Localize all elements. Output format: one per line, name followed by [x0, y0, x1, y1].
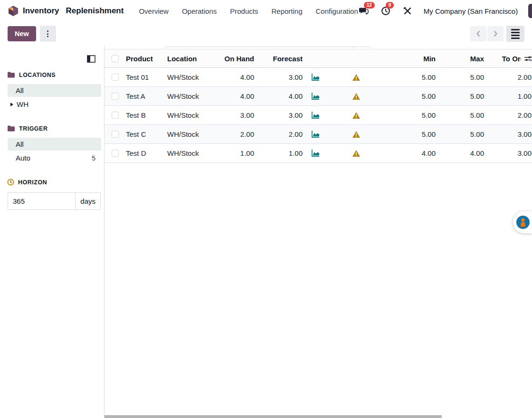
table-row[interactable]: Test A WH/Stock 4.00 4.00 5.00 5.00 1.00 — [104, 87, 532, 106]
pager-next-button[interactable] — [487, 26, 504, 41]
table-row[interactable]: Test D WH/Stock 1.00 1.00 4.00 4.00 3.00 — [104, 144, 532, 163]
column-header-on-hand[interactable]: On Hand — [200, 55, 261, 63]
sidebar-item-trigger-auto[interactable]: Auto 5 — [8, 152, 101, 164]
cell-min[interactable]: 5.00 — [382, 73, 442, 81]
cell-min[interactable]: 4.00 — [382, 149, 442, 157]
actions-kebab-button[interactable] — [40, 26, 56, 42]
forecast-graph-icon[interactable] — [309, 73, 330, 81]
cell-location[interactable]: WH/Stock — [163, 111, 200, 119]
trigger-section: TRIGGER All Auto 5 — [0, 125, 104, 164]
cell-forecast[interactable]: 3.00 — [261, 73, 309, 81]
messages-icon[interactable]: 12 — [358, 5, 370, 17]
warning-icon[interactable] — [330, 74, 382, 81]
expand-caret-icon[interactable] — [10, 103, 13, 106]
cell-forecast[interactable]: 1.00 — [261, 149, 309, 157]
cell-to-order[interactable]: 2.00 — [491, 111, 532, 119]
menu-item-products[interactable]: Products — [230, 7, 258, 15]
horizon-days-input[interactable] — [8, 192, 75, 210]
table-row[interactable]: Test 01 WH/Stock 4.00 3.00 5.00 5.00 2.0… — [104, 68, 532, 87]
column-header-max[interactable]: Max — [442, 55, 491, 63]
activities-icon[interactable]: 9 — [380, 5, 391, 17]
column-header-location[interactable]: Location — [163, 55, 200, 63]
systray: 12 9 My Company (San Francisco) — [358, 4, 532, 18]
cell-product[interactable]: Test B — [122, 111, 163, 119]
forecast-graph-icon[interactable] — [309, 149, 330, 157]
cell-max[interactable]: 5.00 — [442, 111, 491, 119]
cell-on-hand[interactable]: 3.00 — [200, 111, 261, 119]
inventory-app-icon[interactable] — [8, 5, 19, 17]
warning-icon[interactable] — [330, 131, 382, 138]
table-row[interactable]: Test B WH/Stock 3.00 3.00 5.00 5.00 2.00 — [104, 106, 532, 125]
sidebar-item-locations-wh[interactable]: WH — [8, 98, 101, 111]
sidebar-item-locations-all[interactable]: All — [8, 84, 101, 97]
cell-forecast[interactable]: 4.00 — [261, 92, 309, 100]
cell-to-order[interactable]: 3.00 — [491, 130, 532, 138]
cell-location[interactable]: WH/Stock — [163, 130, 200, 138]
item-label: Auto — [16, 154, 30, 162]
menu-item-reporting[interactable]: Reporting — [271, 7, 302, 15]
cell-product[interactable]: Test C — [122, 130, 163, 138]
warning-icon[interactable] — [330, 150, 382, 157]
cell-location[interactable]: WH/Stock — [163, 149, 200, 157]
forecast-graph-icon[interactable] — [309, 111, 330, 119]
row-checkbox[interactable] — [104, 150, 122, 157]
forecast-graph-icon[interactable] — [309, 130, 330, 138]
cell-location[interactable]: WH/Stock — [163, 73, 200, 81]
row-checkbox[interactable] — [104, 93, 122, 100]
menu-item-configuration[interactable]: Configuration — [316, 7, 358, 15]
cell-product[interactable]: Test D — [122, 149, 163, 157]
menu-item-operations[interactable]: Operations — [182, 7, 217, 15]
cell-forecast[interactable]: 3.00 — [261, 111, 309, 119]
column-header-forecast[interactable]: Forecast — [261, 55, 309, 63]
top-nav-bar: Inventory Replenishment Overview Operati… — [0, 0, 532, 22]
cell-to-order[interactable]: 3.00 — [491, 149, 532, 157]
current-menu-title: Replenishment — [66, 6, 124, 16]
new-button[interactable]: New — [8, 26, 36, 41]
support-person-icon — [516, 215, 530, 229]
cell-to-order[interactable]: 2.00 — [491, 73, 532, 81]
warning-icon[interactable] — [330, 112, 382, 119]
row-checkbox[interactable] — [104, 131, 122, 138]
cell-on-hand[interactable]: 4.00 — [200, 73, 261, 81]
support-widget[interactable] — [513, 211, 532, 233]
app-name[interactable]: Inventory — [23, 6, 59, 16]
trigger-section-title: TRIGGER — [19, 125, 48, 132]
table-row[interactable]: Test C WH/Stock 2.00 2.00 5.00 5.00 3.00 — [104, 125, 532, 144]
menu-item-overview[interactable]: Overview — [139, 7, 169, 15]
pager-previous-button[interactable] — [470, 26, 486, 41]
cell-on-hand[interactable]: 2.00 — [200, 130, 261, 138]
forecast-graph-icon[interactable] — [309, 92, 330, 100]
cell-on-hand[interactable]: 4.00 — [200, 92, 261, 100]
company-switcher[interactable]: My Company (San Francisco) — [424, 7, 518, 15]
column-header-min[interactable]: Min — [382, 55, 442, 63]
item-label: WH — [17, 100, 28, 108]
optional-columns-icon[interactable] — [521, 49, 532, 67]
cell-max[interactable]: 5.00 — [442, 73, 491, 81]
horizontal-scrollbar[interactable] — [104, 415, 442, 418]
cell-min[interactable]: 5.00 — [382, 92, 442, 100]
cell-min[interactable]: 5.00 — [382, 130, 442, 138]
user-avatar[interactable] — [528, 4, 532, 18]
column-header-product[interactable]: Product — [122, 55, 163, 63]
tools-icon[interactable] — [402, 5, 413, 17]
cell-product[interactable]: Test 01 — [122, 73, 163, 81]
cell-max[interactable]: 4.00 — [442, 149, 491, 157]
select-all-checkbox[interactable] — [104, 55, 122, 62]
cell-forecast[interactable]: 2.00 — [261, 130, 309, 138]
cell-max[interactable]: 5.00 — [442, 130, 491, 138]
cell-product[interactable]: Test A — [122, 92, 163, 100]
sidebar-item-trigger-all[interactable]: All — [8, 138, 101, 151]
warning-icon[interactable] — [330, 93, 382, 100]
locations-section-title: LOCATIONS — [19, 72, 56, 78]
kebab-icon — [47, 30, 48, 37]
cell-on-hand[interactable]: 1.00 — [200, 149, 261, 157]
list-view-toggle-button[interactable] — [506, 26, 524, 42]
row-checkbox[interactable] — [104, 74, 122, 81]
main-menu: Overview Operations Products Reporting C… — [139, 7, 358, 15]
cell-min[interactable]: 5.00 — [382, 111, 442, 119]
row-checkbox[interactable] — [104, 112, 122, 119]
cell-location[interactable]: WH/Stock — [163, 92, 200, 100]
sidebar-toggle-icon[interactable] — [87, 55, 95, 65]
cell-to-order[interactable]: 1.00 — [491, 92, 532, 100]
cell-max[interactable]: 5.00 — [442, 92, 491, 100]
